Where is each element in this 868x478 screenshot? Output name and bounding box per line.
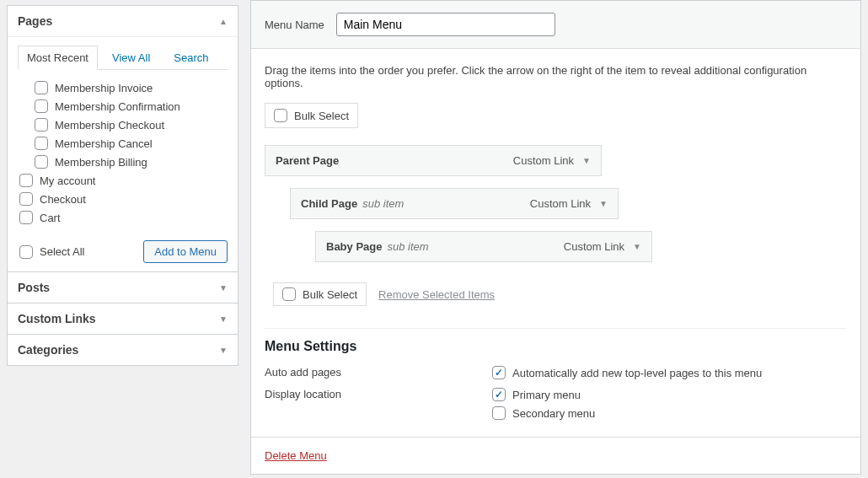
menu-item-type: Custom Link (513, 154, 574, 167)
page-item[interactable]: Membership Billing (18, 153, 222, 171)
location-primary[interactable]: Primary menu (492, 388, 595, 401)
checkbox[interactable] (35, 118, 48, 132)
checkbox[interactable] (19, 211, 33, 224)
expand-icon: ▼ (219, 314, 228, 324)
delete-menu-link[interactable]: Delete Menu (265, 449, 327, 462)
page-item[interactable]: Checkout (18, 190, 222, 208)
menu-item-title: Child Page (301, 197, 357, 210)
chevron-down-icon[interactable]: ▼ (633, 242, 641, 251)
expand-icon: ▼ (219, 346, 228, 355)
checkbox[interactable] (492, 388, 506, 401)
panel-title-categories: Categories (18, 343, 78, 357)
add-to-menu-button[interactable]: Add to Menu (143, 240, 228, 263)
panel-header-posts[interactable]: Posts ▼ (8, 272, 238, 303)
panel-header-categories[interactable]: Categories ▼ (8, 335, 238, 365)
select-all[interactable]: Select All (18, 243, 84, 261)
collapse-icon: ▲ (219, 17, 228, 26)
tab-most-recent[interactable]: Most Recent (18, 46, 98, 70)
page-item[interactable]: Membership Cancel (18, 134, 222, 153)
checkbox[interactable] (35, 137, 48, 150)
menu-item-type: Custom Link (564, 240, 624, 253)
menu-item-subtitle: sub item (387, 240, 428, 253)
tab-search[interactable]: Search (164, 46, 217, 70)
menu-name-input[interactable] (336, 13, 555, 36)
menu-item-baby[interactable]: Baby Page sub item Custom Link ▼ (315, 231, 652, 262)
menu-item-title: Baby Page (326, 240, 382, 253)
checkbox[interactable] (492, 366, 506, 379)
checkbox[interactable] (19, 245, 33, 259)
menu-name-label: Menu Name (265, 19, 324, 31)
page-item[interactable]: Cart (18, 208, 222, 227)
checkbox[interactable] (19, 174, 33, 187)
checkbox[interactable] (282, 287, 296, 301)
page-item[interactable]: Membership Invoice (18, 78, 222, 97)
bulk-select-top[interactable]: Bulk Select (265, 103, 358, 128)
panel-title-posts: Posts (18, 281, 50, 294)
remove-selected-link: Remove Selected Items (378, 288, 495, 301)
tab-view-all[interactable]: View All (103, 46, 159, 70)
checkbox[interactable] (492, 406, 506, 420)
checkbox[interactable] (35, 81, 48, 94)
panel-header-custom-links[interactable]: Custom Links ▼ (8, 303, 238, 334)
checkbox[interactable] (35, 155, 48, 169)
menu-settings-heading: Menu Settings (265, 339, 847, 354)
auto-add-label: Auto add pages (265, 366, 492, 379)
pages-checklist[interactable]: Membership Invoice Membership Confirmati… (18, 78, 228, 227)
menu-item-type: Custom Link (530, 197, 591, 210)
auto-add-option[interactable]: Automatically add new top-level pages to… (492, 366, 762, 379)
menu-item-title: Parent Page (276, 154, 339, 167)
display-location-label: Display location (265, 388, 492, 400)
checkbox[interactable] (274, 109, 287, 122)
chevron-down-icon[interactable]: ▼ (582, 156, 591, 165)
bulk-select-bottom[interactable]: Bulk Select (273, 282, 367, 306)
panel-header-pages[interactable]: Pages ▲ (8, 6, 238, 37)
panel-title-custom-links: Custom Links (18, 312, 96, 325)
expand-icon: ▼ (219, 283, 228, 293)
panel-title-pages: Pages (18, 14, 52, 28)
checkbox[interactable] (35, 99, 48, 113)
menu-item-subtitle: sub item (362, 197, 404, 210)
menu-item-child[interactable]: Child Page sub item Custom Link ▼ (290, 188, 619, 219)
page-item[interactable]: My account (18, 171, 222, 190)
instructions-text: Drag the items into the order you prefer… (251, 49, 860, 103)
page-item[interactable]: Membership Confirmation (18, 97, 222, 115)
location-secondary[interactable]: Secondary menu (492, 406, 595, 420)
page-item[interactable]: Membership Checkout (18, 115, 222, 134)
checkbox[interactable] (19, 192, 33, 206)
chevron-down-icon[interactable]: ▼ (599, 199, 608, 208)
menu-item-parent[interactable]: Parent Page Custom Link ▼ (265, 145, 602, 176)
